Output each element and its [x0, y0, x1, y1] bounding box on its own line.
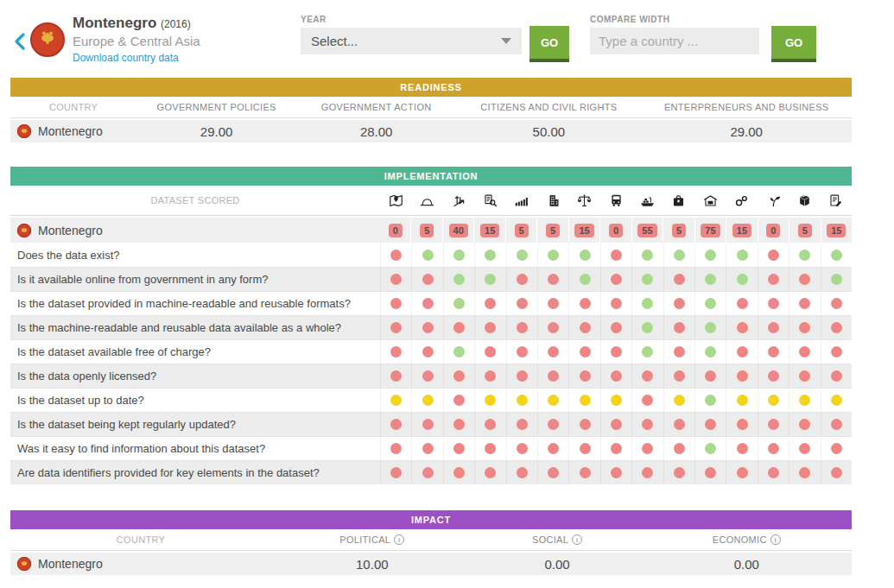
green-indicator-dot: [642, 250, 653, 261]
education-icon: [702, 193, 719, 209]
red-indicator-dot: [422, 467, 434, 478]
back-button[interactable]: [12, 32, 28, 51]
red-indicator-dot: [705, 370, 716, 382]
dot-cell: [443, 437, 474, 460]
year-go-button[interactable]: GO: [529, 26, 569, 62]
impact-country-row: Montenegro 10.000.000.00: [10, 553, 852, 575]
dataset-icon-header-row: DATASET SCORED: [10, 186, 852, 216]
dataset-column-trade-icon: [631, 186, 663, 215]
dot-cell: [694, 364, 726, 388]
red-indicator-dot: [580, 443, 591, 454]
download-country-data-link[interactable]: Download country data: [73, 52, 179, 64]
dot-cell: [789, 389, 820, 412]
dot-cell: [663, 243, 694, 267]
dot-cell: [600, 413, 631, 436]
dot-cell: [443, 413, 474, 436]
green-indicator-dot: [548, 250, 559, 261]
red-indicator-dot: [580, 346, 591, 357]
page-header: Montenegro (2016) Europe & Central Asia …: [10, 0, 852, 76]
red-indicator-dot: [517, 370, 528, 382]
dot-cell: [380, 461, 411, 484]
dot-cell: [631, 461, 663, 484]
red-indicator-dot: [611, 298, 622, 309]
red-indicator-dot: [517, 298, 528, 309]
red-indicator-dot: [548, 419, 559, 430]
green-indicator-dot: [737, 274, 748, 285]
yellow-indicator-dot: [422, 395, 434, 406]
info-icon[interactable]: i: [770, 534, 781, 545]
red-indicator-dot: [485, 346, 496, 357]
red-indicator-dot: [548, 322, 559, 333]
yellow-indicator-dot: [674, 395, 685, 406]
dot-cell: [568, 437, 599, 460]
red-indicator-dot: [390, 419, 402, 430]
question-dot-cells: [380, 292, 852, 315]
red-indicator-dot: [390, 250, 402, 261]
question-label: Is the dataset available free of charge?: [10, 340, 380, 364]
dot-cell: [663, 316, 694, 339]
red-indicator-dot: [799, 370, 810, 382]
dot-cell: [411, 413, 442, 436]
dataset-score-cell: 40: [442, 218, 473, 243]
dot-cell: [443, 389, 474, 412]
green-indicator-dot: [453, 298, 465, 309]
red-indicator-dot: [799, 298, 810, 309]
red-indicator-dot: [705, 419, 716, 430]
yellow-indicator-dot: [831, 395, 842, 406]
dot-cell: [474, 461, 505, 484]
dot-cell: [600, 292, 631, 315]
year-select[interactable]: Select...: [301, 28, 522, 54]
dot-cell: [821, 364, 852, 388]
red-indicator-dot: [548, 274, 559, 285]
dataset-score-badge: 40: [449, 224, 468, 237]
question-dot-cells: [380, 389, 852, 412]
red-indicator-dot: [768, 298, 779, 309]
red-indicator-dot: [768, 370, 779, 382]
yellow-indicator-dot: [799, 395, 810, 406]
dot-cell: [537, 413, 568, 436]
impact-section-header: IMPACT: [10, 510, 852, 529]
dot-cell: [443, 243, 474, 267]
dot-cell: [631, 268, 663, 291]
question-row: Was it easy to find information about th…: [10, 436, 852, 460]
green-indicator-dot: [705, 395, 716, 406]
dataset-score-badge: 5: [420, 224, 434, 237]
question-row: Are data identifiers provided for key el…: [10, 460, 852, 484]
dataset-score-cell: 0: [599, 218, 631, 243]
compare-go-button[interactable]: GO: [771, 26, 816, 62]
green-indicator-dot: [517, 250, 528, 261]
readiness-country-row: Montenegro 29.0028.0050.0029.00: [10, 120, 852, 142]
chevron-left-icon: [12, 32, 28, 51]
red-indicator-dot: [831, 322, 842, 333]
dot-cell: [443, 316, 474, 339]
dot-cell: [537, 437, 568, 460]
info-icon[interactable]: i: [572, 534, 582, 545]
country-flag-icon: [17, 224, 31, 237]
info-icon[interactable]: i: [394, 534, 404, 545]
dot-cell: [821, 316, 852, 339]
dot-cell: [789, 413, 820, 436]
question-dot-cells: [380, 268, 852, 291]
question-row: Is the dataset available free of charge?: [10, 339, 852, 364]
question-row: Is the data openly licensed?: [10, 364, 852, 388]
country-flag-icon: [17, 557, 31, 571]
red-indicator-dot: [453, 467, 465, 478]
impact-section: IMPACT COUNTRYPOLITICALiSOCIALiECONOMICi…: [10, 510, 852, 575]
impact-col-economic: ECONOMICi: [641, 529, 852, 551]
question-dot-cells: [380, 243, 852, 267]
impact-value-social: 0.00: [473, 557, 642, 572]
dot-cell: [694, 461, 726, 484]
transport-icon: [608, 193, 625, 209]
compare-country-input[interactable]: [590, 28, 759, 54]
dot-cell: [694, 340, 726, 364]
question-dot-cells: [380, 413, 852, 436]
dataset-score-cell: 5: [505, 218, 536, 243]
red-indicator-dot: [453, 395, 465, 406]
impact-column-headers: COUNTRYPOLITICALiSOCIALiECONOMICi: [10, 529, 852, 551]
impact-col-country: COUNTRY: [10, 529, 271, 551]
red-indicator-dot: [517, 346, 528, 357]
dot-cell: [631, 413, 663, 436]
red-indicator-dot: [674, 419, 685, 430]
red-indicator-dot: [390, 370, 402, 382]
dot-cell: [663, 364, 694, 388]
